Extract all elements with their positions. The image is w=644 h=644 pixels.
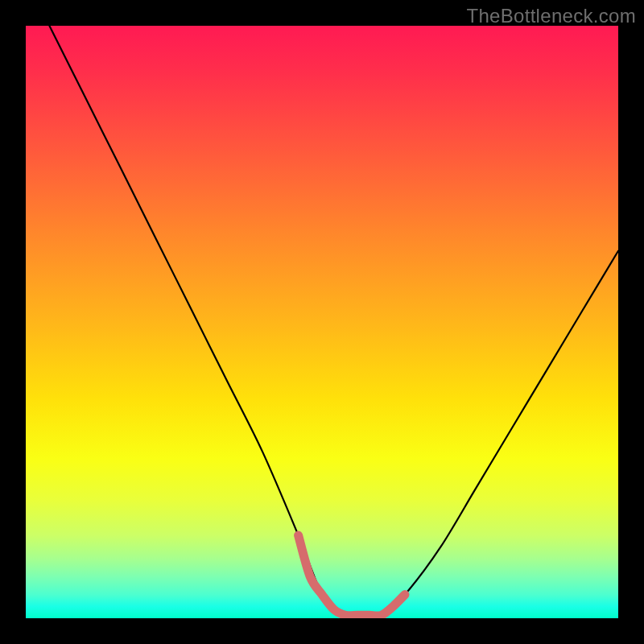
plot-area	[26, 26, 618, 618]
watermark-label: TheBottleneck.com	[466, 5, 636, 27]
trough-highlight	[299, 535, 405, 616]
chart-stage: TheBottleneck.com	[0, 0, 644, 644]
curve-layer	[26, 26, 618, 618]
bottleneck-curve	[49, 26, 618, 617]
